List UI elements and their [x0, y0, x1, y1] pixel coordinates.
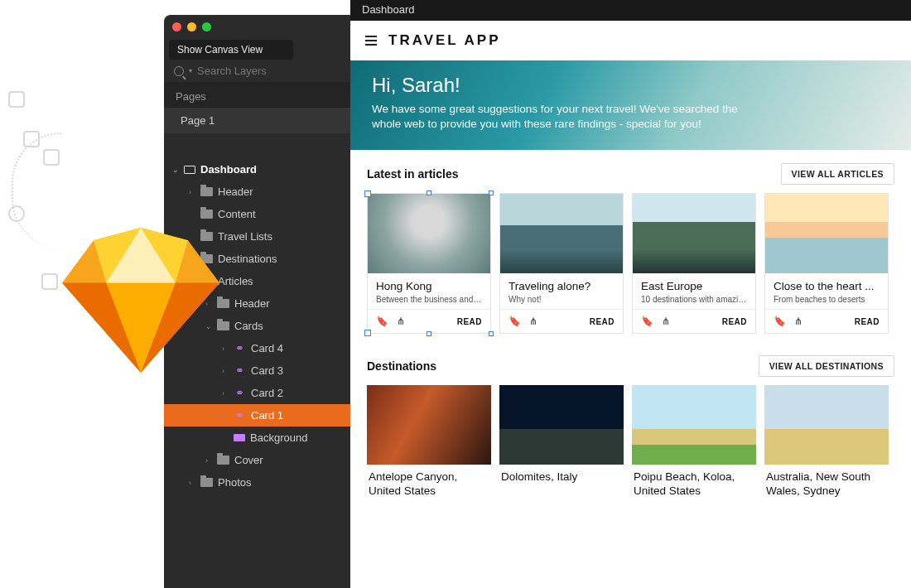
articles-panel: Latest in articles VIEW ALL ARTICLES Hon… — [350, 150, 911, 342]
article-card[interactable]: Traveling alone?Why not!🔖⋔READ — [499, 193, 624, 334]
code-icon — [8, 91, 25, 108]
tree-label: Destinations — [218, 253, 277, 265]
tree-root-dashboard[interactable]: ⌄ Dashboard — [164, 158, 350, 181]
tree-row-photos[interactable]: ›Photos — [164, 471, 350, 494]
chevron-icon[interactable]: › — [205, 456, 212, 465]
read-button[interactable]: READ — [457, 317, 482, 326]
tree-row-background[interactable]: Background — [164, 427, 350, 449]
tree-label: Card 3 — [251, 364, 283, 377]
tree-row-header[interactable]: ›Header — [164, 181, 350, 203]
symbol-link-icon: ⚭ — [234, 411, 246, 421]
destination-card[interactable]: Antelope Canyon, United States — [367, 385, 491, 499]
destination-card[interactable]: Poipu Beach, Koloa, United States — [632, 385, 756, 499]
article-card[interactable]: Hong KongBetween the business and faith🔖… — [367, 193, 491, 334]
chevron-icon[interactable]: › — [189, 479, 195, 487]
symbol-link-icon: ⚭ — [234, 388, 246, 398]
tree-row-content[interactable]: Content — [164, 203, 350, 225]
hero-banner: Hi, Sarah! We have some great suggestion… — [350, 60, 911, 150]
symbol-link-icon: ⚭ — [234, 366, 246, 376]
puzzle-icon — [41, 273, 58, 290]
share-icon[interactable]: ⋔ — [529, 316, 537, 327]
card-thumbnail — [765, 194, 888, 273]
card-thumbnail — [368, 194, 490, 273]
tree-row-card-2[interactable]: ›⚭Card 2 — [164, 382, 350, 404]
card-title: Antelope Canyon, United States — [367, 465, 491, 499]
tree-label: Travel Lists — [218, 230, 272, 243]
symbol-link-icon: ⚭ — [234, 344, 246, 354]
tree-label: Header — [218, 186, 253, 198]
sync-icon — [8, 205, 25, 222]
card-title: Hong Kong — [376, 280, 482, 292]
chevron-icon[interactable]: › — [222, 389, 229, 398]
card-thumbnail — [764, 385, 889, 465]
read-button[interactable]: READ — [590, 317, 615, 326]
chevron-down-icon[interactable]: ⌄ — [172, 166, 179, 174]
card-thumbnail — [500, 194, 623, 273]
dashboard-preview: Dashboard TRAVEL APP Hi, Sarah! We have … — [350, 0, 911, 588]
dashboard-tab-label: Dashboard — [350, 0, 911, 21]
hero-subtitle: We have some great suggestions for your … — [372, 102, 761, 132]
sketch-gem-icon — [62, 228, 219, 373]
traffic-light-close[interactable] — [172, 22, 181, 31]
card-thumbnail — [367, 385, 491, 465]
card-title: Close to the heart ... — [774, 280, 880, 292]
rectangle-icon — [234, 434, 245, 441]
read-button[interactable]: READ — [855, 317, 880, 326]
card-thumbnail — [633, 194, 755, 273]
tag-icon — [43, 149, 60, 166]
read-button[interactable]: READ — [722, 317, 747, 326]
bookmark-icon[interactable]: 🔖 — [641, 316, 653, 327]
tree-label: Photos — [218, 476, 251, 489]
chevron-icon[interactable]: › — [222, 345, 229, 353]
destination-card[interactable]: Dolomites, Italy — [499, 385, 624, 499]
folder-icon — [200, 478, 213, 487]
view-all-articles-button[interactable]: VIEW ALL ARTICLES — [781, 163, 894, 185]
articles-heading: Latest in articles — [367, 167, 459, 181]
search-layers-input[interactable] — [197, 65, 340, 77]
card-title: Australia, New South Wales, Sydney — [764, 465, 889, 499]
traffic-light-max[interactable] — [202, 22, 211, 31]
tree-row-card-1[interactable]: ›⚭Card 1 — [164, 404, 350, 427]
traffic-light-min[interactable] — [187, 22, 196, 31]
card-title: Dolomites, Italy — [499, 465, 624, 484]
tree-label: Cover — [234, 454, 263, 466]
tree-label: Articles — [218, 275, 253, 287]
card-subtitle: From beaches to deserts — [774, 295, 880, 304]
window-titlebar — [164, 15, 350, 38]
article-card[interactable]: East Europe10 destinations with amazing … — [632, 193, 756, 334]
bookmark-icon[interactable]: 🔖 — [774, 316, 786, 327]
tree-label: Cards — [234, 320, 263, 332]
chevron-icon[interactable]: › — [222, 412, 229, 420]
destination-card[interactable]: Australia, New South Wales, Sydney — [764, 385, 889, 499]
search-layers-row[interactable]: ▾ — [164, 60, 350, 82]
tree-label: Card 1 — [251, 409, 283, 422]
hero-greeting: Hi, Sarah! — [372, 74, 889, 97]
chevron-icon[interactable]: › — [222, 367, 229, 375]
view-all-destinations-button[interactable]: VIEW ALL DESTINATIONS — [759, 355, 894, 377]
share-icon[interactable]: ⋔ — [662, 316, 670, 327]
card-title: East Europe — [641, 280, 747, 292]
tree-label: Header — [234, 297, 270, 310]
card-subtitle: 10 destinations with amazing vi... — [641, 295, 747, 304]
page-row[interactable]: Page 1 — [164, 108, 350, 133]
share-icon[interactable]: ⋔ — [397, 316, 405, 327]
tree-label: Content — [218, 208, 256, 220]
card-thumbnail — [499, 385, 624, 465]
chevron-down-icon[interactable]: ▾ — [189, 67, 192, 75]
app-header-bar: TRAVEL APP — [350, 21, 731, 60]
bookmark-icon[interactable]: 🔖 — [509, 316, 521, 327]
share-icon[interactable]: ⋔ — [794, 316, 803, 327]
hamburger-icon[interactable] — [365, 36, 377, 46]
search-icon — [174, 66, 184, 76]
tree-label: Card 4 — [251, 342, 283, 354]
tree-row-cover[interactable]: ›Cover — [164, 449, 350, 471]
show-canvas-view-button[interactable]: Show Canvas View — [169, 40, 293, 60]
article-card[interactable]: Close to the heart ...From beaches to de… — [764, 193, 889, 334]
chevron-icon[interactable]: › — [189, 188, 195, 196]
tree-label: Card 2 — [251, 387, 283, 399]
bookmark-icon[interactable]: 🔖 — [376, 316, 388, 327]
folder-icon — [200, 210, 213, 219]
window-icon — [23, 131, 40, 147]
destinations-heading: Destinations — [367, 359, 436, 373]
app-title: TRAVEL APP — [388, 32, 500, 49]
